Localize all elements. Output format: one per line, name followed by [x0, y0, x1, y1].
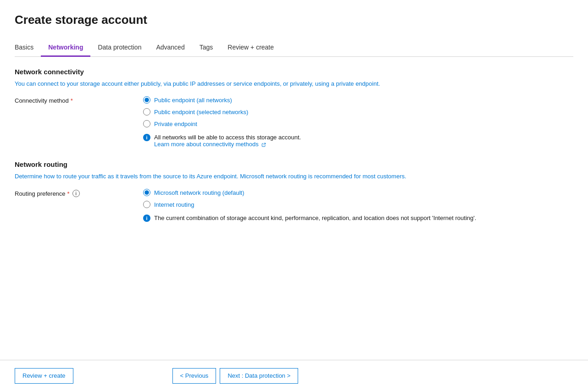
radio-public-all-label: Public endpoint (all networks) — [154, 97, 232, 104]
tab-bar: Basics Networking Data protection Advanc… — [15, 40, 573, 57]
radio-microsoft-routing[interactable]: Microsoft network routing (default) — [143, 189, 476, 196]
radio-public-selected-input[interactable] — [143, 108, 150, 116]
review-create-button[interactable]: Review + create — [15, 368, 73, 384]
external-link-icon — [261, 143, 266, 147]
routing-desc-link1[interactable]: from the source to its Azure endpoint — [139, 173, 237, 180]
routing-warning-text: The current combination of storage accou… — [154, 215, 476, 221]
routing-options: Microsoft network routing (default) Inte… — [143, 189, 476, 222]
radio-public-all[interactable]: Public endpoint (all networks) — [143, 96, 301, 104]
radio-internet-routing-input[interactable] — [143, 201, 150, 208]
routing-required-indicator: * — [67, 190, 70, 197]
page-title: Create storage account — [15, 13, 573, 27]
desc-link-private[interactable]: privately, using a private endpoint — [290, 80, 378, 87]
connectivity-info-text: All networks will be able to access this… — [154, 134, 301, 141]
radio-private-label: Private endpoint — [154, 121, 197, 127]
radio-public-selected[interactable]: Public endpoint (selected networks) — [143, 108, 301, 116]
tab-networking[interactable]: Networking — [41, 40, 90, 56]
required-indicator: * — [71, 97, 73, 104]
desc-text-2: , or — [280, 80, 290, 87]
routing-desc-1: Determine how to route your traffic as i… — [15, 173, 139, 180]
network-routing-title: Network routing — [15, 160, 573, 168]
radio-microsoft-routing-input[interactable] — [143, 189, 150, 196]
connectivity-method-label: Connectivity method * — [15, 96, 143, 104]
tab-data-protection[interactable]: Data protection — [90, 40, 149, 56]
main-content: Network connectivity You can connect to … — [15, 57, 573, 237]
desc-text-3: . — [378, 80, 380, 87]
connectivity-options: Public endpoint (all networks) Public en… — [143, 96, 301, 148]
radio-internet-routing-label: Internet routing — [154, 201, 194, 208]
desc-text-1: You can connect to your storage account … — [15, 80, 141, 87]
previous-button[interactable]: < Previous — [172, 368, 216, 384]
connectivity-info-box: i All networks will be able to access th… — [143, 134, 301, 148]
info-icon-connectivity: i — [143, 134, 150, 141]
tab-tags[interactable]: Tags — [192, 40, 221, 56]
routing-info-icon[interactable]: i — [72, 190, 80, 197]
routing-desc-link2[interactable]: Microsoft network routing — [240, 173, 306, 180]
radio-internet-routing[interactable]: Internet routing — [143, 201, 476, 208]
info-icon-routing: i — [143, 215, 150, 222]
network-routing-description: Determine how to route your traffic as i… — [15, 173, 519, 180]
network-connectivity-description: You can connect to your storage account … — [15, 80, 427, 87]
radio-private-endpoint[interactable]: Private endpoint — [143, 120, 301, 127]
tab-basics[interactable]: Basics — [15, 40, 41, 56]
routing-preference-label: Routing preference * i — [15, 189, 143, 197]
tab-review-create[interactable]: Review + create — [220, 40, 281, 56]
bottom-bar: Review + create < Previous Next : Data p… — [0, 360, 588, 391]
routing-warning-box: i The current combination of storage acc… — [143, 215, 476, 222]
radio-public-all-input[interactable] — [143, 96, 150, 104]
next-button[interactable]: Next : Data protection > — [220, 368, 298, 384]
network-routing-section: Network routing Determine how to route y… — [15, 160, 573, 222]
learn-more-connectivity-link[interactable]: Learn more about connectivity methods — [154, 141, 266, 148]
connectivity-method-row: Connectivity method * Public endpoint (a… — [15, 96, 573, 148]
radio-public-selected-label: Public endpoint (selected networks) — [154, 109, 248, 116]
network-connectivity-title: Network connectivity — [15, 68, 573, 76]
radio-private-input[interactable] — [143, 120, 150, 127]
tab-advanced[interactable]: Advanced — [149, 40, 192, 56]
routing-preference-row: Routing preference * i Microsoft network… — [15, 189, 573, 222]
desc-link-public[interactable]: publicly, via public IP addresses or ser… — [141, 80, 280, 87]
radio-microsoft-routing-label: Microsoft network routing (default) — [154, 189, 244, 196]
routing-desc-3: is recommended for most customers. — [306, 173, 406, 180]
